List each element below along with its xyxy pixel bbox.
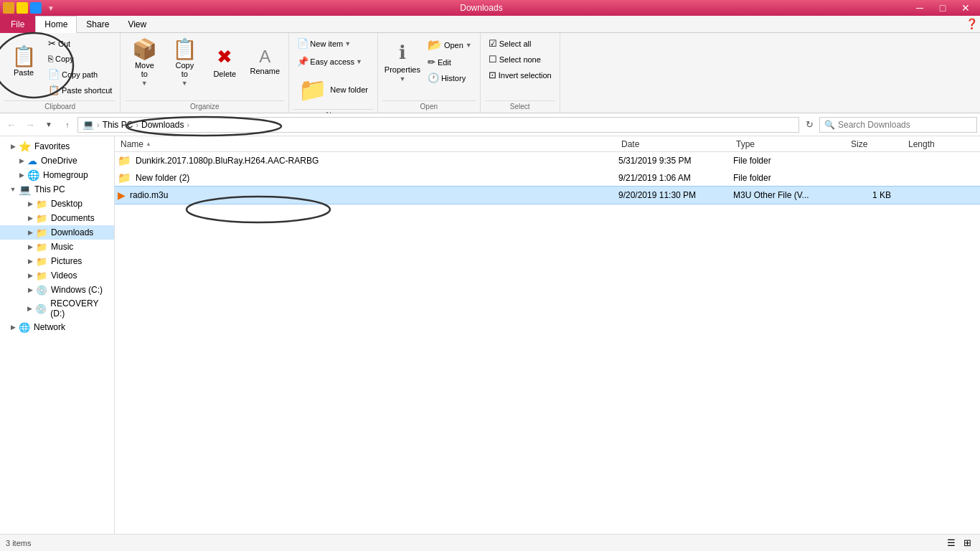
minimize-button[interactable]: ─ bbox=[908, 0, 931, 16]
windows-c-arrow-icon: ▶ bbox=[26, 286, 34, 293]
sidebar-item-thispc[interactable]: ▼ 💻 This PC bbox=[0, 182, 114, 197]
table-row[interactable]: ▶ radio.m3u 9/20/2019 11:30 PM M3U Other… bbox=[115, 187, 980, 204]
tab-view[interactable]: View bbox=[118, 16, 156, 33]
file-size: 1 KB bbox=[848, 190, 905, 200]
path-sep-2: › bbox=[136, 121, 138, 129]
details-view-button[interactable]: ☰ bbox=[944, 537, 958, 550]
column-header-size[interactable]: Size bbox=[848, 138, 905, 151]
tab-share[interactable]: Share bbox=[77, 16, 118, 33]
paste-shortcut-button[interactable]: 📋 Paste shortcut bbox=[44, 83, 116, 98]
quick-access-arrow[interactable]: ▼ bbox=[47, 4, 55, 12]
open-arrow-icon: ▼ bbox=[466, 42, 472, 49]
sidebar-item-downloads[interactable]: ▶ 📁 Downloads bbox=[0, 225, 114, 240]
recent-locations-button[interactable]: ▼ bbox=[40, 116, 57, 133]
maximize-button[interactable]: □ bbox=[931, 0, 954, 16]
ribbon-tabs: File Home Share View ❓ bbox=[0, 16, 980, 33]
clipboard-label: Clipboard bbox=[4, 100, 116, 113]
edit-button[interactable]: ✏ Edit bbox=[424, 55, 476, 70]
app-icon-yellow bbox=[17, 2, 28, 14]
select-group-content: ☑ Select all ☐ Select none ⊡ Invert sele… bbox=[485, 36, 555, 99]
table-row[interactable]: 📁 Dunkirk.2017.1080p.BluRay.H264.AAC-RAR… bbox=[115, 152, 980, 169]
properties-button[interactable]: ℹ Properties ▼ bbox=[382, 36, 423, 88]
sidebar-item-desktop[interactable]: ▶ 📁 Desktop bbox=[0, 197, 114, 211]
column-header-date[interactable]: Date bbox=[618, 138, 733, 151]
rename-icon: A bbox=[259, 48, 270, 65]
search-box[interactable]: 🔍 bbox=[819, 117, 977, 133]
move-to-button[interactable]: 📦 Moveto ▼ bbox=[125, 36, 164, 90]
table-row[interactable]: 📁 New folder (2) 9/21/2019 1:06 AM File … bbox=[115, 169, 980, 187]
cut-button[interactable]: ✂ Cut bbox=[44, 36, 116, 51]
properties-label: Properties bbox=[385, 65, 420, 74]
open-label: Open bbox=[444, 41, 463, 50]
open-small-buttons: 📂 Open ▼ ✏ Edit 🕐 History bbox=[424, 36, 476, 85]
easy-access-button[interactable]: 📌 Easy access ▼ bbox=[293, 54, 366, 69]
file-name: radio.m3u bbox=[130, 190, 618, 200]
sidebar-item-music[interactable]: ▶ 📁 Music bbox=[0, 240, 114, 254]
column-header-length[interactable]: Length bbox=[905, 138, 977, 151]
sidebar-item-recovery-d[interactable]: ▶ 💿 RECOVERY (D:) bbox=[0, 297, 114, 320]
address-path[interactable]: 💻 › This PC › Downloads › bbox=[77, 117, 799, 133]
tab-home[interactable]: Home bbox=[35, 16, 77, 33]
sidebar-item-pictures[interactable]: ▶ 📁 Pictures bbox=[0, 254, 114, 268]
back-button[interactable]: ← bbox=[3, 116, 20, 133]
copy-path-button[interactable]: 📄 Copy path bbox=[44, 67, 116, 82]
homegroup-icon: 🌐 bbox=[27, 169, 39, 181]
up-button[interactable]: ↑ bbox=[59, 116, 76, 133]
column-header-type[interactable]: Type bbox=[733, 138, 848, 151]
window-title: Downloads bbox=[55, 3, 908, 13]
easy-access-label: Easy access bbox=[310, 57, 354, 66]
refresh-button[interactable]: ↻ bbox=[801, 116, 818, 133]
rename-label: Rename bbox=[250, 67, 281, 75]
tab-file[interactable]: File bbox=[0, 16, 35, 33]
delete-button[interactable]: ✖ Delete bbox=[205, 36, 244, 88]
copy-label: Copy bbox=[55, 55, 74, 63]
new-folder-button[interactable]: 📁 New folder bbox=[293, 72, 373, 108]
history-button[interactable]: 🕐 History bbox=[424, 70, 476, 85]
path-sep-3: › bbox=[187, 121, 189, 129]
file-name: Dunkirk.2017.1080p.BluRay.H264.AAC-RARBG bbox=[136, 156, 618, 166]
open-button[interactable]: 📂 Open ▼ bbox=[424, 36, 476, 54]
file-type: File folder bbox=[733, 173, 848, 183]
paste-shortcut-label: Paste shortcut bbox=[62, 86, 112, 95]
sidebar-item-homegroup[interactable]: ▶ 🌐 Homegroup bbox=[0, 168, 114, 182]
sidebar-item-videos[interactable]: ▶ 📁 Videos bbox=[0, 268, 114, 283]
file-type: M3U Other File (V... bbox=[733, 190, 848, 200]
search-input[interactable] bbox=[838, 120, 972, 130]
file-date: 9/21/2019 1:06 AM bbox=[618, 173, 733, 183]
sidebar-item-documents[interactable]: ▶ 📁 Documents bbox=[0, 211, 114, 225]
sort-arrow-icon: ▲ bbox=[146, 141, 151, 147]
select-label: Select bbox=[485, 100, 555, 113]
pictures-label: Pictures bbox=[51, 256, 82, 266]
forward-button[interactable]: → bbox=[22, 116, 39, 133]
column-header-name[interactable]: Name ▲ bbox=[118, 138, 618, 151]
properties-icon: ℹ bbox=[399, 42, 406, 64]
edit-label: Edit bbox=[438, 58, 451, 67]
path-computer-icon: 💻 bbox=[83, 119, 94, 130]
invert-selection-button[interactable]: ⊡ Invert selection bbox=[485, 67, 555, 83]
sidebar-item-windows-c[interactable]: ▶ 💿 Windows (C:) bbox=[0, 283, 114, 297]
sidebar-item-favorites[interactable]: ▶ ⭐ Favorites bbox=[0, 139, 114, 154]
path-downloads[interactable]: Downloads bbox=[141, 120, 184, 130]
cut-icon: ✂ bbox=[48, 38, 56, 49]
path-this-pc[interactable]: This PC bbox=[103, 120, 133, 130]
folder-icon: 📁 bbox=[118, 154, 131, 167]
clipboard-group: 📋 Paste ✂ Cut ⎘ Copy 📄 Copy path 📋 bbox=[0, 33, 121, 113]
sidebar-item-network[interactable]: ▶ 🌐 Network bbox=[0, 320, 114, 334]
search-icon: 🔍 bbox=[824, 120, 835, 130]
close-button[interactable]: ✕ bbox=[954, 0, 977, 16]
large-icons-view-button[interactable]: ⊞ bbox=[960, 537, 974, 550]
downloads-label: Downloads bbox=[51, 227, 93, 237]
copy-button[interactable]: ⎘ Copy bbox=[44, 52, 116, 66]
copy-to-button[interactable]: 📋 Copyto ▼ bbox=[165, 36, 204, 90]
help-button[interactable]: ❓ bbox=[963, 15, 980, 32]
open-group: ℹ Properties ▼ 📂 Open ▼ ✏ Edit 🕐 History bbox=[378, 33, 481, 113]
paste-button[interactable]: 📋 Paste bbox=[4, 36, 43, 88]
delete-label: Delete bbox=[213, 70, 236, 78]
thispc-icon: 💻 bbox=[19, 184, 31, 195]
select-none-button[interactable]: ☐ Select none bbox=[485, 52, 555, 67]
rename-button[interactable]: A Rename bbox=[245, 36, 284, 88]
new-item-button[interactable]: 📄 New item ▼ bbox=[293, 36, 354, 51]
sidebar-item-onedrive[interactable]: ▶ ☁ OneDrive bbox=[0, 154, 114, 168]
select-all-button[interactable]: ☑ Select all bbox=[485, 36, 555, 51]
windows-c-icon: 💿 bbox=[36, 285, 47, 296]
